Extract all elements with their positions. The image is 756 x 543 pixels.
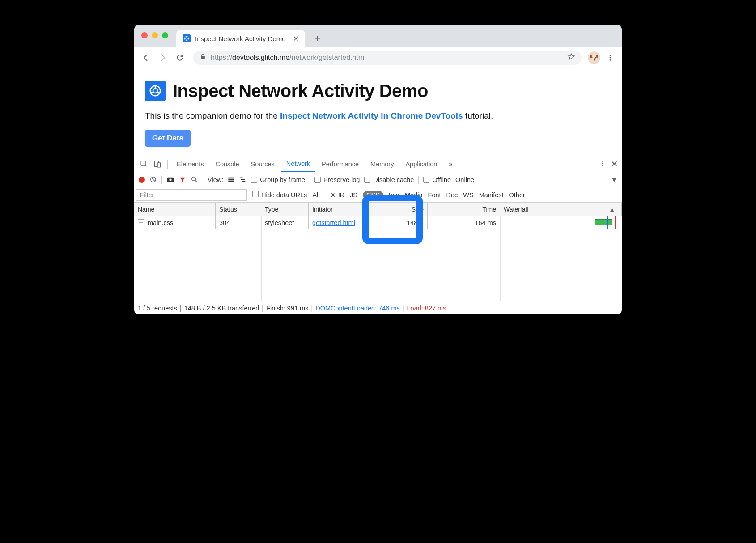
svg-rect-2: [201, 56, 205, 59]
device-toggle-icon[interactable]: [151, 158, 164, 170]
filter-all[interactable]: All: [312, 191, 319, 199]
filter-other[interactable]: Other: [509, 191, 525, 199]
close-window-button[interactable]: [141, 32, 148, 38]
page-logo-icon: [145, 81, 166, 101]
cell-status: 304: [216, 216, 261, 229]
offline-checkbox[interactable]: Offline: [423, 176, 451, 183]
new-tab-button[interactable]: +: [310, 30, 326, 47]
devtools-menu-icon[interactable]: [599, 160, 606, 168]
forward-button[interactable]: [156, 51, 170, 65]
browser-window: Inspect Network Activity Demo ✕ + https:…: [134, 25, 622, 314]
record-button[interactable]: [139, 177, 145, 183]
back-button[interactable]: [139, 51, 153, 65]
svg-point-0: [185, 37, 189, 41]
devtools-close-button[interactable]: ✕: [611, 159, 618, 170]
tab-sources[interactable]: Sources: [246, 156, 280, 172]
large-rows-icon[interactable]: [228, 177, 235, 183]
browser-toolbar: https://devtools.glitch.me/network/getst…: [134, 47, 622, 68]
url-scheme: https://: [211, 54, 232, 61]
online-label[interactable]: Online: [455, 176, 474, 183]
filter-font[interactable]: Font: [428, 191, 441, 199]
devtools-tabbar: Elements Console Sources Network Perform…: [134, 156, 622, 172]
close-tab-button[interactable]: ✕: [293, 34, 299, 43]
filter-js[interactable]: JS: [350, 191, 357, 199]
get-data-button[interactable]: Get Data: [145, 130, 191, 147]
intro-link[interactable]: Inspect Network Activity In Chrome DevTo…: [280, 111, 465, 120]
address-bar[interactable]: https://devtools.glitch.me/network/getst…: [193, 51, 582, 65]
devtools-panel: Elements Console Sources Network Perform…: [134, 156, 622, 314]
window-controls: [141, 32, 168, 38]
filter-toggle-icon[interactable]: [179, 176, 186, 183]
inspect-element-icon[interactable]: [138, 158, 150, 170]
waterfall-view-icon[interactable]: [239, 177, 246, 183]
profile-avatar[interactable]: 🐶: [588, 51, 600, 64]
maximize-window-button[interactable]: [162, 32, 168, 38]
svg-rect-18: [229, 177, 234, 178]
lock-icon: [200, 53, 206, 62]
cell-initiator[interactable]: getstarted.html: [309, 216, 382, 229]
filter-manifest[interactable]: Manifest: [479, 191, 504, 199]
status-requests: 1 / 5 requests: [138, 305, 177, 312]
sort-indicator-icon: ▲: [609, 206, 615, 213]
intro-text: This is the companion demo for the Inspe…: [145, 111, 611, 121]
col-time[interactable]: Time: [428, 203, 500, 216]
cell-size: 148 B: [382, 216, 428, 229]
browser-menu-button[interactable]: [603, 51, 617, 65]
disable-cache-checkbox[interactable]: Disable cache: [364, 176, 414, 183]
svg-point-1: [186, 38, 187, 39]
throttling-dropdown-icon[interactable]: ▼: [611, 176, 617, 183]
filter-xhr[interactable]: XHR: [331, 191, 344, 199]
filter-css[interactable]: CSS: [363, 191, 383, 199]
svg-rect-20: [229, 181, 234, 182]
bookmark-star-icon[interactable]: [567, 53, 575, 63]
url-host: devtools.glitch.me: [232, 54, 289, 61]
tab-application[interactable]: Application: [400, 156, 442, 172]
intro-prefix: This is the companion demo for the: [145, 111, 280, 120]
tab-elements[interactable]: Elements: [171, 156, 209, 172]
col-size[interactable]: Size: [382, 203, 428, 216]
svg-rect-22: [241, 179, 245, 180]
col-status[interactable]: Status: [216, 203, 261, 216]
tab-network[interactable]: Network: [281, 156, 315, 172]
page-heading: Inspect Network Activity Demo: [173, 81, 428, 101]
reload-button[interactable]: [173, 51, 187, 65]
status-transferred: 148 B / 2.5 KB transferred: [184, 305, 259, 312]
hide-data-urls-checkbox[interactable]: Hide data URLs: [252, 191, 307, 199]
col-type[interactable]: Type: [261, 203, 309, 216]
network-table-header: Name Status Type Initiator Size Time Wat…: [134, 203, 622, 216]
col-initiator[interactable]: Initiator: [309, 203, 382, 216]
url-text: https://devtools.glitch.me/network/getst…: [211, 54, 366, 62]
filter-doc[interactable]: Doc: [446, 191, 458, 199]
svg-point-3: [610, 55, 611, 56]
svg-point-16: [169, 178, 171, 181]
group-by-frame-checkbox[interactable]: Group by frame: [251, 176, 305, 183]
svg-rect-21: [240, 177, 243, 178]
filter-ws[interactable]: WS: [463, 191, 473, 199]
filter-img[interactable]: Img: [389, 191, 399, 199]
clear-button[interactable]: [149, 176, 157, 183]
filter-row: Hide data URLs All XHR JS CSS Img Media …: [134, 187, 622, 203]
view-label: View:: [208, 176, 223, 183]
status-load: Load: 827 ms: [407, 305, 446, 312]
tab-memory[interactable]: Memory: [365, 156, 399, 172]
svg-point-11: [602, 161, 603, 162]
intro-suffix: tutorial.: [465, 111, 493, 120]
tab-performance[interactable]: Performance: [316, 156, 364, 172]
svg-rect-10: [157, 163, 161, 167]
preserve-log-checkbox[interactable]: Preserve log: [314, 176, 360, 183]
capture-screenshots-icon[interactable]: [166, 177, 174, 183]
col-waterfall[interactable]: Waterfall ▲: [500, 203, 622, 216]
browser-tab[interactable]: Inspect Network Activity Demo ✕: [176, 30, 305, 47]
search-icon[interactable]: [191, 176, 198, 183]
svg-rect-19: [229, 179, 234, 180]
cell-name: main.css: [134, 216, 216, 229]
svg-point-17: [192, 177, 196, 181]
col-name[interactable]: Name: [134, 203, 216, 216]
table-row[interactable]: main.css 304 stylesheet getstarted.html …: [134, 216, 622, 229]
filter-input[interactable]: [136, 189, 247, 201]
svg-point-12: [602, 163, 603, 164]
minimize-window-button[interactable]: [152, 32, 158, 38]
tabs-overflow[interactable]: »: [443, 156, 458, 172]
tab-console[interactable]: Console: [210, 156, 244, 172]
filter-media[interactable]: Media: [405, 191, 423, 199]
